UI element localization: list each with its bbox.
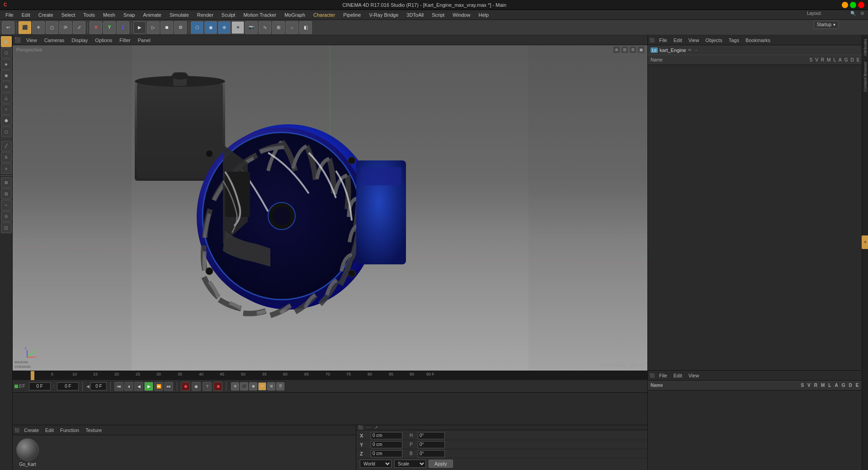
play-forward-button[interactable]: ▶: [144, 382, 153, 391]
material-texture-menu[interactable]: Texture: [84, 427, 104, 433]
tool-sculpt[interactable]: ○: [1, 104, 12, 115]
attr-x-pos-input[interactable]: [371, 432, 402, 439]
motion-system-btn3[interactable]: ◉: [249, 382, 257, 390]
om-objects-menu[interactable]: Objects: [703, 37, 724, 43]
material-manager-content[interactable]: [648, 390, 868, 470]
rsidebar-tab-attributes[interactable]: Attributes: [863, 37, 868, 58]
viewport-cameras-menu[interactable]: Cameras: [42, 37, 66, 43]
viewport-filter-menu[interactable]: Filter: [118, 37, 132, 43]
spline-button[interactable]: ∿: [259, 21, 271, 34]
attr-z-pos-input[interactable]: [371, 450, 402, 457]
timeline-ruler-track[interactable]: 0 5 10 15 20 25 30 35 40 45 50 55 60 65 …: [13, 371, 647, 380]
tool-grid[interactable]: ⊞: [1, 177, 12, 188]
scale-tool-button[interactable]: ◻: [46, 21, 58, 34]
y-axis-button[interactable]: Y: [103, 21, 116, 34]
viewport-view-menu[interactable]: View: [24, 37, 39, 43]
keyframe-button[interactable]: ◉: [192, 382, 201, 391]
3d-viewport[interactable]: Perspective: [13, 45, 647, 371]
tool-model[interactable]: ▣: [1, 36, 12, 47]
timeline-current-marker[interactable]: [31, 371, 34, 380]
cylinder-button[interactable]: ⊕: [218, 21, 231, 34]
coord-system-dropdown[interactable]: World Local Object: [360, 460, 392, 468]
motion-system-btn5[interactable]: ⊞: [267, 382, 275, 390]
z-axis-button[interactable]: Z: [117, 21, 129, 34]
motion-system-btn2[interactable]: ⬛: [240, 382, 248, 390]
apply-button[interactable]: Apply: [429, 460, 453, 468]
move-tool-button[interactable]: ✛: [32, 21, 45, 34]
tool-layer[interactable]: △: [1, 93, 12, 103]
x-axis-button[interactable]: ✕: [90, 21, 102, 34]
menu-vraybridge[interactable]: V-Ray Bridge: [365, 11, 402, 19]
tool-texture[interactable]: ⬡: [1, 47, 12, 58]
menu-select[interactable]: Select: [58, 11, 79, 19]
attr-p-input[interactable]: [418, 441, 445, 448]
nurbs-button[interactable]: ⊞: [272, 21, 285, 34]
menu-tools[interactable]: Tools: [80, 11, 99, 19]
rotate-tool-button[interactable]: ⟳: [59, 21, 72, 34]
next-frame-button[interactable]: ⏩: [154, 382, 163, 391]
material-create-menu[interactable]: Create: [22, 427, 41, 433]
attr-b-input[interactable]: [418, 450, 445, 457]
mode-dropdown[interactable]: Scale Position Rotation: [394, 460, 426, 468]
menu-character[interactable]: Character: [310, 11, 339, 19]
render-button[interactable]: ▶: [133, 21, 146, 34]
light-button[interactable]: ☀: [231, 21, 244, 34]
material-panel-icon[interactable]: ⬛: [14, 428, 19, 432]
menu-mesh[interactable]: Mesh: [99, 11, 119, 19]
material-function-menu[interactable]: Function: [58, 427, 81, 433]
om-edit-menu[interactable]: Edit: [672, 37, 684, 43]
search-icon[interactable]: 🔍: [849, 11, 858, 19]
viewport-panel-button[interactable]: ▣: [637, 46, 645, 53]
current-frame-display[interactable]: [57, 382, 79, 390]
tool-bp-uv[interactable]: ⊕: [1, 81, 12, 92]
mm-edit-menu[interactable]: Edit: [672, 372, 684, 379]
om-tags-menu[interactable]: Tags: [727, 37, 741, 43]
menu-create[interactable]: Create: [35, 11, 57, 19]
menu-mograph[interactable]: MoGraph: [281, 11, 309, 19]
cursor-tool-button[interactable]: ⬛: [19, 21, 31, 34]
transform-tool-button[interactable]: ⤢: [73, 21, 85, 34]
attr-y-pos-input[interactable]: [371, 441, 402, 448]
play-back-button[interactable]: ◀: [134, 382, 143, 391]
object-manager-content[interactable]: [648, 65, 868, 370]
goto-end-button[interactable]: ⏭: [164, 382, 173, 391]
tool-line[interactable]: ╱: [1, 141, 12, 151]
tool-material[interactable]: ◫: [1, 222, 12, 233]
viewport-options-menu[interactable]: Options: [93, 37, 114, 43]
goto-start-button[interactable]: ⏮: [114, 382, 123, 391]
material-ball-gokart[interactable]: [16, 438, 39, 461]
layout-settings-icon[interactable]: ⚙: [859, 11, 866, 19]
tool-brush[interactable]: ~: [1, 200, 12, 211]
menu-3dtoall[interactable]: 3DToAll: [403, 11, 427, 19]
tool-bp-3d[interactable]: ◉: [1, 70, 12, 81]
minimize-button[interactable]: [842, 2, 848, 8]
menu-simulate[interactable]: Simulate: [166, 11, 193, 19]
om-file-menu[interactable]: File: [657, 37, 669, 43]
menu-script[interactable]: Script: [428, 11, 448, 19]
layout-dropdown[interactable]: Startup ▾: [814, 21, 839, 29]
undo-button[interactable]: ↩: [2, 21, 14, 34]
render-region-button[interactable]: ▷: [147, 21, 160, 34]
mm-view-menu[interactable]: View: [687, 372, 701, 379]
frame-range-start[interactable]: [90, 382, 107, 390]
motion-system-btn4[interactable]: P: [258, 382, 266, 390]
material-item-gokart[interactable]: Go_Kart: [16, 438, 39, 467]
viewport-panel-menu[interactable]: Panel: [136, 37, 152, 43]
prev-frame-button[interactable]: ⏴: [124, 382, 133, 391]
om-bookmarks-menu[interactable]: Bookmarks: [744, 37, 772, 43]
viewport-settings-button[interactable]: ⚙: [629, 46, 637, 53]
tool-uv[interactable]: ◈: [1, 59, 12, 70]
menu-window[interactable]: Window: [449, 11, 474, 19]
tool-cycle[interactable]: ⌾: [1, 163, 12, 174]
viewport-maximize-button[interactable]: ⊕: [613, 46, 620, 53]
record-button[interactable]: ⏺: [181, 382, 190, 391]
render-settings-button[interactable]: ⚙: [174, 21, 187, 34]
tool-polygon[interactable]: ⊟: [1, 188, 12, 199]
material-edit-menu[interactable]: Edit: [43, 427, 56, 433]
close-button[interactable]: [858, 2, 864, 8]
menu-render[interactable]: Render: [193, 11, 217, 19]
help-button[interactable]: ?: [203, 382, 212, 391]
current-frame-input[interactable]: [29, 382, 51, 390]
om-view-menu[interactable]: View: [687, 37, 701, 43]
menu-animate[interactable]: Animate: [140, 11, 165, 19]
